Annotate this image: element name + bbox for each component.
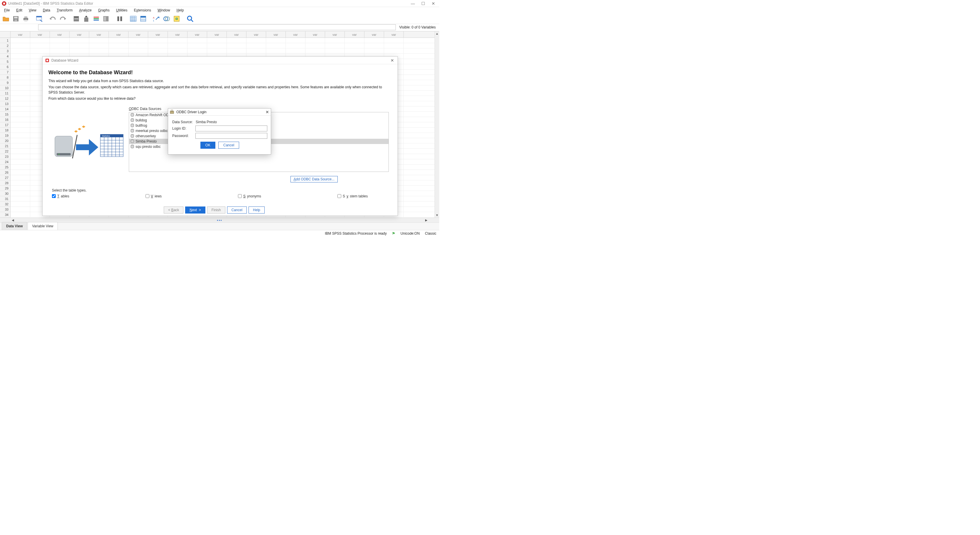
row-header[interactable]: 10 xyxy=(0,85,10,90)
row-header[interactable]: 26 xyxy=(0,170,10,175)
grid-cell[interactable] xyxy=(11,70,30,75)
grid-cell[interactable] xyxy=(129,38,148,43)
goto-variable-icon[interactable] xyxy=(82,15,91,23)
row-header[interactable]: 20 xyxy=(0,138,10,143)
grid-cell[interactable] xyxy=(50,43,70,48)
row-header[interactable]: 34 xyxy=(0,212,10,217)
column-header[interactable]: var xyxy=(109,32,129,38)
menu-extensions[interactable]: Extensions xyxy=(131,8,154,13)
menu-utilities[interactable]: Utilities xyxy=(113,8,130,13)
grid-cell[interactable] xyxy=(384,38,404,43)
column-header[interactable]: var xyxy=(89,32,109,38)
grid-cell[interactable] xyxy=(384,48,404,53)
grid-cell[interactable] xyxy=(11,180,30,186)
row-header[interactable]: 32 xyxy=(0,202,10,207)
row-header[interactable]: 9 xyxy=(0,80,10,85)
close-button[interactable]: ✕ xyxy=(432,1,435,6)
row-header[interactable]: 25 xyxy=(0,165,10,170)
splitter-dots-icon[interactable]: ••• xyxy=(217,219,223,222)
grid-cell[interactable] xyxy=(227,48,247,53)
column-header[interactable]: var xyxy=(364,32,384,38)
minimize-button[interactable]: — xyxy=(411,1,415,6)
save-icon[interactable] xyxy=(12,15,20,23)
vertical-scrollbar[interactable]: ▲ ▼ xyxy=(434,32,439,217)
grid-cell[interactable] xyxy=(11,64,30,69)
grid-cell[interactable] xyxy=(266,48,286,53)
menu-window[interactable]: Window xyxy=(154,8,173,13)
grid-cell[interactable] xyxy=(89,43,109,48)
grid-cell[interactable] xyxy=(227,38,247,43)
grid-cell[interactable] xyxy=(89,48,109,53)
grid-cell[interactable] xyxy=(30,38,50,43)
grid-cell[interactable] xyxy=(305,38,325,43)
grid-cell[interactable] xyxy=(11,38,30,43)
grid-cell[interactable] xyxy=(305,48,325,53)
tab-data-view[interactable]: Data View xyxy=(2,222,27,230)
row-header[interactable]: 23 xyxy=(0,154,10,159)
menu-help[interactable]: Help xyxy=(174,8,187,13)
row-header[interactable]: 21 xyxy=(0,143,10,149)
grid-cell[interactable] xyxy=(109,38,129,43)
row-header[interactable]: 28 xyxy=(0,180,10,186)
grid-cell[interactable] xyxy=(11,202,30,206)
grid-cell[interactable] xyxy=(11,112,30,117)
row-header[interactable]: 12 xyxy=(0,96,10,101)
grid-cell[interactable] xyxy=(286,38,305,43)
grid-cell[interactable] xyxy=(11,186,30,191)
grid-cell[interactable] xyxy=(384,43,404,48)
menu-edit[interactable]: Edit xyxy=(13,8,25,13)
grid-cell[interactable] xyxy=(325,48,345,53)
row-header[interactable]: 14 xyxy=(0,106,10,112)
grid-cell[interactable] xyxy=(305,43,325,48)
menu-file[interactable]: File xyxy=(1,8,13,13)
grid-cell[interactable] xyxy=(364,43,384,48)
column-header[interactable]: var xyxy=(325,32,345,38)
grid-cell[interactable] xyxy=(188,48,207,53)
login-id-input[interactable] xyxy=(196,125,267,132)
grid-cell[interactable] xyxy=(50,48,70,53)
row-header[interactable]: 3 xyxy=(0,48,10,54)
grid-cell[interactable] xyxy=(11,96,30,101)
views-checkbox[interactable]: Views xyxy=(146,194,162,198)
row-header[interactable]: 16 xyxy=(0,117,10,122)
login-close-button[interactable]: ✕ xyxy=(266,110,269,114)
row-header[interactable]: 2 xyxy=(0,43,10,48)
grid-cell[interactable] xyxy=(50,38,70,43)
next-button[interactable]: Next > xyxy=(185,206,205,214)
row-header[interactable]: 29 xyxy=(0,186,10,191)
grid-cell[interactable] xyxy=(266,43,286,48)
grid-cell[interactable] xyxy=(109,48,129,53)
column-header[interactable]: var xyxy=(286,32,305,38)
scroll-up-icon[interactable]: ▲ xyxy=(435,32,439,36)
search-icon[interactable] xyxy=(186,15,194,23)
menu-transform[interactable]: Transform xyxy=(54,8,75,13)
row-header[interactable]: 27 xyxy=(0,175,10,180)
login-cancel-button[interactable]: Cancel xyxy=(218,142,239,149)
grid-cell[interactable] xyxy=(11,175,30,180)
system-tables-checkbox[interactable]: System tables xyxy=(337,194,368,198)
maximize-button[interactable]: ☐ xyxy=(422,1,425,6)
grid-cell[interactable] xyxy=(11,106,30,111)
menu-data[interactable]: Data xyxy=(40,8,53,13)
row-header[interactable]: 30 xyxy=(0,191,10,196)
grid-cell[interactable] xyxy=(11,170,30,175)
grid-cell[interactable] xyxy=(11,212,30,217)
tab-variable-view[interactable]: Variable View xyxy=(27,222,57,230)
find-replace-grid-icon[interactable] xyxy=(102,15,110,23)
grid-cell[interactable] xyxy=(325,43,345,48)
row-header[interactable]: 4 xyxy=(0,54,10,59)
tables-checkbox[interactable]: Tables xyxy=(52,194,69,198)
grid-cell[interactable] xyxy=(11,75,30,80)
grid-cell[interactable] xyxy=(345,38,364,43)
grid-cell[interactable] xyxy=(325,38,345,43)
grid-cell[interactable] xyxy=(11,117,30,122)
print-icon[interactable] xyxy=(22,15,30,23)
grid-cell[interactable] xyxy=(11,85,30,90)
redo-icon[interactable] xyxy=(59,15,67,23)
grid-cell[interactable] xyxy=(345,48,364,53)
grid-cell[interactable] xyxy=(286,48,305,53)
menu-analyze[interactable]: Analyze xyxy=(76,8,94,13)
column-header[interactable]: var xyxy=(148,32,168,38)
grid-cell[interactable] xyxy=(227,43,247,48)
find-icon[interactable] xyxy=(116,15,124,23)
